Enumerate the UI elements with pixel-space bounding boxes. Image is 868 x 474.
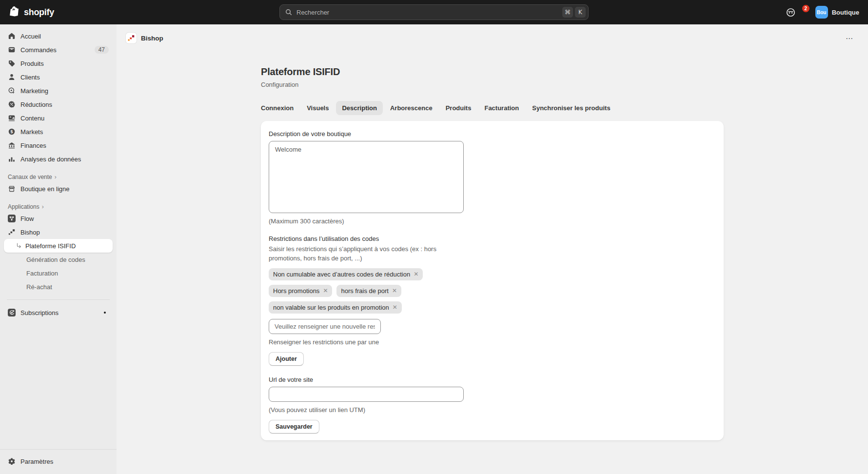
main-area: Bishop ⋯ Plateforme ISIFID Configuration… [117, 24, 868, 474]
sidebar-item-label: Subscriptions [20, 309, 59, 316]
sidebar-item-label: Flow [20, 215, 34, 222]
sidebar-item-clients[interactable]: Clients [4, 70, 113, 84]
add-button[interactable]: Ajouter [269, 352, 304, 366]
sidebar-item-label: Analyses de données [20, 156, 81, 163]
tag-label: Non cumulable avec d’autres codes de réd… [273, 271, 410, 278]
sidebar-item-label: Réductions [20, 101, 52, 108]
tab-arborescence[interactable]: Arborescence [384, 101, 438, 115]
settings-card: Description de votre boutique (Maximum 3… [261, 121, 724, 440]
analytics-icon [8, 155, 16, 163]
sidebar: AccueilCommandes47ProduitsClientsMarketi… [0, 24, 117, 474]
tab-produits[interactable]: Produits [440, 101, 477, 115]
sidebar-item-reductions[interactable]: Réductions [4, 98, 113, 111]
sidebar-subitem-plateforme-isifid[interactable]: Plateforme ISIFID [4, 239, 113, 253]
sidebar-item-label: Markets [20, 128, 43, 136]
content-icon [8, 114, 16, 122]
remove-tag-icon[interactable]: ✕ [392, 288, 397, 294]
sidebar-item-label: Produits [20, 60, 44, 67]
home-icon [8, 32, 16, 40]
tab-synchroniser-les-produits[interactable]: Synchroniser les produits [526, 101, 616, 115]
sidebar-item-analyses-de-donnees[interactable]: Analyses de données [4, 152, 113, 166]
customers-icon [8, 73, 16, 81]
description-textarea[interactable] [269, 141, 464, 213]
sidebar-item-parametres[interactable]: Paramètres [4, 454, 113, 468]
sidebar-item-label: Clients [20, 74, 40, 81]
tab-connexion[interactable]: Connexion [255, 101, 299, 115]
sidebar-item-subscriptions[interactable]: Subscriptions [4, 306, 113, 319]
sidebar-item-bishop[interactable]: Bishop [4, 225, 113, 239]
sidebar-item-boutique-en-ligne[interactable]: Boutique en ligne [4, 182, 113, 196]
section-label: Canaux de vente [8, 174, 52, 180]
sidebar-item-marketing[interactable]: Marketing [4, 84, 113, 98]
gear-icon [8, 457, 16, 465]
sidebar-item-label: Contenu [20, 115, 44, 122]
page-content: Plateforme ISIFID Configuration Connexio… [117, 52, 868, 440]
new-restriction-input[interactable] [269, 319, 381, 334]
sidebar-item-markets[interactable]: $Markets [4, 125, 113, 138]
chevron-right-icon: › [55, 174, 57, 180]
sidebar-item-label: Finances [20, 142, 46, 149]
sidebar-section-canaux-de-vente[interactable]: Canaux de vente› [4, 174, 113, 180]
notification-dot [104, 312, 106, 314]
finances-icon [8, 141, 16, 149]
search-icon [285, 8, 293, 16]
discount-icon [8, 100, 16, 108]
restriction-tag: non valable sur les produits en promotio… [269, 301, 402, 314]
sidekick-icon[interactable] [786, 7, 796, 18]
tag-label: non valable sur les produits en promotio… [273, 304, 389, 311]
subitem-label: Plateforme ISIFID [25, 242, 76, 250]
sidebar-item-flow[interactable]: Flow [4, 212, 113, 225]
more-actions-button[interactable]: ⋯ [844, 33, 855, 44]
page-subtitle: Configuration [261, 81, 868, 88]
shortcut-key: ⌘ [562, 7, 573, 18]
orders-icon [8, 46, 16, 54]
tab-visuels[interactable]: Visuels [301, 101, 335, 115]
restrictions-helper: Saisir les restrictions qui s’appliquent… [269, 245, 437, 263]
sidebar-item-contenu[interactable]: Contenu [4, 111, 113, 125]
sidebar-item-label: Paramètres [20, 458, 53, 465]
search-placeholder: Rechercher [296, 9, 329, 16]
remove-tag-icon[interactable]: ✕ [323, 288, 328, 294]
search-input[interactable]: Rechercher ⌘K [279, 4, 589, 20]
search-shortcuts: ⌘K [562, 7, 586, 18]
subscriptions-icon [8, 309, 16, 316]
sidebar-item-label: Boutique en ligne [20, 185, 69, 193]
shopify-logo[interactable]: shopify [9, 6, 54, 19]
chevron-right-icon: › [42, 203, 44, 210]
tag-label: Hors promotions [273, 287, 319, 295]
description-helper: (Maximum 300 caractères) [269, 217, 716, 225]
sidebar-section-applications[interactable]: Applications› [4, 203, 113, 210]
subitem-label: Génération de codes [26, 256, 85, 263]
flow-icon [8, 215, 16, 222]
sidebar-item-accueil[interactable]: Accueil [4, 29, 113, 43]
restrictions-label: Restrictions dans l’utilisation des code… [269, 235, 716, 242]
tab-description[interactable]: Description [336, 101, 383, 115]
orders-count-badge: 47 [95, 46, 109, 54]
shortcut-key: K [575, 7, 586, 18]
sidebar-footer: Paramètres [0, 449, 117, 474]
remove-tag-icon[interactable]: ✕ [393, 304, 397, 310]
url-helper: (Vous pouvez utiliser un lien UTM) [269, 406, 716, 414]
bishop-icon [8, 228, 16, 236]
tab-facturation[interactable]: Facturation [478, 101, 525, 115]
elbow-arrow-icon [16, 242, 22, 249]
save-button[interactable]: Sauvegarder [269, 420, 319, 434]
topbar: shopify Rechercher ⌘K 2 Bou Boutique [0, 0, 868, 24]
tag-icon [8, 59, 16, 67]
sidebar-item-produits[interactable]: Produits [4, 57, 113, 70]
store-menu[interactable]: Bou Boutique [815, 6, 859, 19]
remove-tag-icon[interactable]: ✕ [414, 271, 418, 277]
sidebar-subitem-facturation[interactable]: Facturation [4, 266, 113, 280]
sidebar-item-label: Commandes [20, 46, 57, 54]
page-title: Plateforme ISIFID [261, 66, 868, 78]
sidebar-subitem-generation-de-codes[interactable]: Génération de codes [4, 253, 113, 266]
section-label: Applications [8, 203, 39, 210]
marketing-icon [8, 87, 16, 95]
restriction-tag: hors frais de port✕ [336, 285, 401, 297]
sidebar-item-finances[interactable]: Finances [4, 138, 113, 152]
description-label: Description de votre boutique [269, 130, 716, 138]
sidebar-subitem-re-achat[interactable]: Ré-achat [4, 280, 113, 294]
site-url-input[interactable] [269, 387, 464, 402]
sidebar-item-commandes[interactable]: Commandes47 [4, 43, 113, 57]
tag-label: hors frais de port [341, 287, 389, 295]
